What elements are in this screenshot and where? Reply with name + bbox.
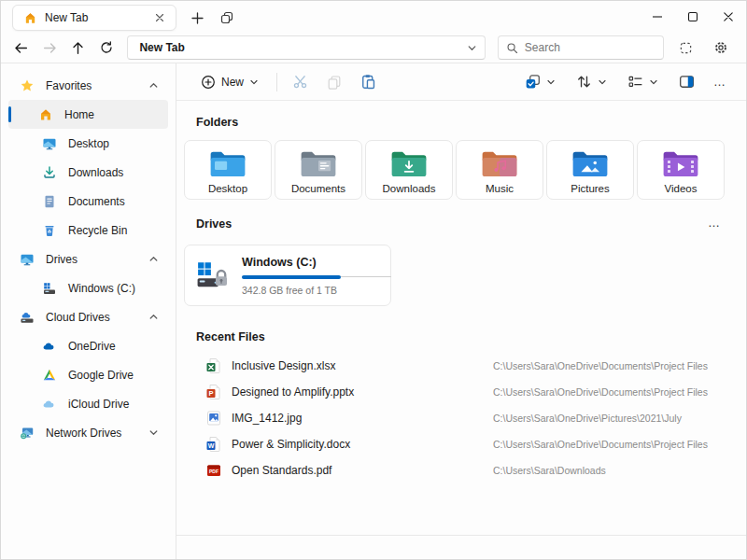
sidebar-item-downloads[interactable]: Downloads	[5, 158, 172, 187]
chevron-up-icon[interactable]	[148, 312, 159, 322]
folder-card-music[interactable]: Music	[456, 140, 543, 200]
file-row-open-standards[interactable]: PDF Open Standards.pdf C:\Users\Sara\Dow…	[184, 457, 733, 483]
folder-card-downloads[interactable]: Downloads	[365, 140, 453, 200]
settings-button[interactable]	[708, 35, 734, 60]
folder-card-pictures[interactable]: Pictures	[546, 140, 634, 200]
selection-indicator	[8, 106, 11, 122]
search-icon	[506, 42, 518, 54]
chevron-down-icon	[649, 77, 658, 87]
tab-new-tab[interactable]: New Tab	[12, 5, 176, 31]
downloads-folder-icon	[389, 147, 429, 180]
sidebar-item-home[interactable]: Home	[8, 100, 168, 129]
close-window-button[interactable]	[711, 1, 746, 33]
home-view: Folders Desktop Documents Downloads	[176, 101, 746, 535]
folders-heading: Folders	[196, 116, 733, 129]
svg-text:PDF: PDF	[209, 469, 218, 474]
pictures-folder-icon	[571, 147, 610, 180]
sidebar-section-cloud-drives[interactable]: Cloud Drives	[5, 302, 172, 331]
monitor-icon	[20, 252, 35, 267]
file-row-img-1412[interactable]: IMG_1412.jpg C:\Users\Sara\OneDrive\Pict…	[184, 405, 733, 431]
chevron-down-icon[interactable]	[148, 427, 159, 438]
network-drive-icon	[20, 426, 35, 441]
sidebar-item-icloud-drive[interactable]: iCloud Drive	[5, 389, 172, 418]
multiselect-toggle-button[interactable]	[673, 35, 699, 60]
paste-button[interactable]	[354, 68, 383, 96]
chevron-down-icon[interactable]	[467, 43, 477, 53]
refresh-button[interactable]	[93, 35, 119, 60]
folder-card-videos[interactable]: Videos	[637, 140, 725, 200]
cut-icon	[292, 74, 308, 90]
sidebar-item-windows-c[interactable]: Windows (C:)	[5, 273, 172, 302]
folders-grid: Desktop Documents Downloads Music	[184, 140, 733, 200]
file-row-inclusive-design[interactable]: Inclusive Design.xlsx C:\Users\Sara\OneD…	[184, 353, 733, 379]
minimize-button[interactable]	[640, 1, 675, 33]
folder-card-desktop[interactable]: Desktop	[184, 140, 272, 200]
tab-stack-button[interactable]	[214, 5, 240, 31]
download-icon	[42, 165, 57, 180]
sort-dropdown-button[interactable]	[570, 68, 613, 96]
image-file-icon	[205, 410, 222, 427]
select-dropdown-button[interactable]	[518, 68, 562, 96]
folder-card-documents[interactable]: Documents	[275, 140, 362, 200]
search-input[interactable]	[525, 41, 655, 54]
drive-name: Windows (C:)	[242, 256, 391, 269]
search-box[interactable]	[498, 35, 664, 60]
up-button[interactable]	[65, 35, 91, 60]
sidebar-section-favorites[interactable]: Favorites	[5, 71, 172, 100]
onedrive-icon	[42, 339, 57, 354]
new-button[interactable]: New	[191, 68, 268, 96]
layout-dropdown-button[interactable]	[621, 68, 665, 96]
document-icon	[42, 194, 57, 209]
address-bar[interactable]: New Tab	[127, 35, 485, 60]
drive-card-windows-c[interactable]: Windows (C:) 342.8 GB free of 1 TB	[184, 245, 391, 306]
new-tab-button[interactable]	[184, 5, 210, 31]
toolbar-more-button[interactable]: …	[707, 68, 733, 96]
sidebar-item-documents[interactable]: Documents	[5, 187, 172, 216]
icloud-icon	[42, 397, 57, 412]
chevron-up-icon[interactable]	[148, 80, 159, 91]
multiselect-icon	[679, 41, 693, 55]
bitlocker-drive-icon	[196, 260, 230, 290]
drive-icon	[42, 281, 57, 296]
file-explorer-window: New Tab	[0, 0, 747, 560]
drives-more-button[interactable]: …	[701, 213, 727, 233]
word-file-icon: W	[205, 436, 222, 453]
chevron-up-icon[interactable]	[148, 254, 159, 264]
drive-usage-text: 342.8 GB free of 1 TB	[242, 285, 391, 296]
sidebar-item-desktop[interactable]: Desktop	[5, 129, 172, 158]
pdf-file-icon: PDF	[205, 462, 222, 479]
tab-close-button[interactable]	[149, 7, 170, 28]
sidebar-section-network-drives[interactable]: Network Drives	[5, 418, 172, 447]
recycle-bin-icon	[42, 223, 57, 238]
maximize-button[interactable]	[675, 1, 711, 33]
up-arrow-icon	[70, 40, 86, 56]
forward-arrow-icon	[42, 40, 58, 56]
command-toolbar: New	[176, 63, 746, 101]
refresh-icon	[99, 40, 114, 55]
preview-pane-button[interactable]	[672, 68, 701, 96]
file-row-power-simplicity[interactable]: W Power & Simplicity.docx C:\Users\Sara\…	[184, 431, 733, 457]
videos-folder-icon	[661, 147, 700, 180]
forward-button[interactable]	[36, 35, 62, 60]
drive-usage-fill	[242, 275, 341, 279]
new-plus-icon	[201, 75, 216, 90]
sidebar-item-google-drive[interactable]: Google Drive	[5, 360, 172, 389]
copy-button[interactable]	[320, 68, 348, 96]
sidebar-item-onedrive[interactable]: OneDrive	[5, 331, 172, 360]
cut-button[interactable]	[286, 68, 315, 96]
cloud-drive-icon	[20, 310, 35, 325]
home-icon	[38, 107, 53, 122]
drive-usage-bar	[242, 275, 391, 279]
address-text: New Tab	[139, 41, 466, 54]
sidebar-section-drives[interactable]: Drives	[5, 245, 172, 273]
drives-heading: Drives	[196, 217, 232, 231]
star-icon	[20, 78, 35, 93]
back-button[interactable]	[8, 35, 34, 60]
documents-folder-icon	[299, 147, 338, 180]
more-icon: …	[713, 78, 726, 86]
sidebar-item-recycle-bin[interactable]: Recycle Bin	[5, 216, 172, 245]
excel-file-icon	[205, 357, 222, 374]
navigation-bar: New Tab	[1, 35, 746, 63]
recent-files-heading: Recent Files	[196, 330, 733, 343]
file-row-designed-to-amplify[interactable]: P Designed to Amplify.pptx C:\Users\Sara…	[184, 379, 733, 405]
